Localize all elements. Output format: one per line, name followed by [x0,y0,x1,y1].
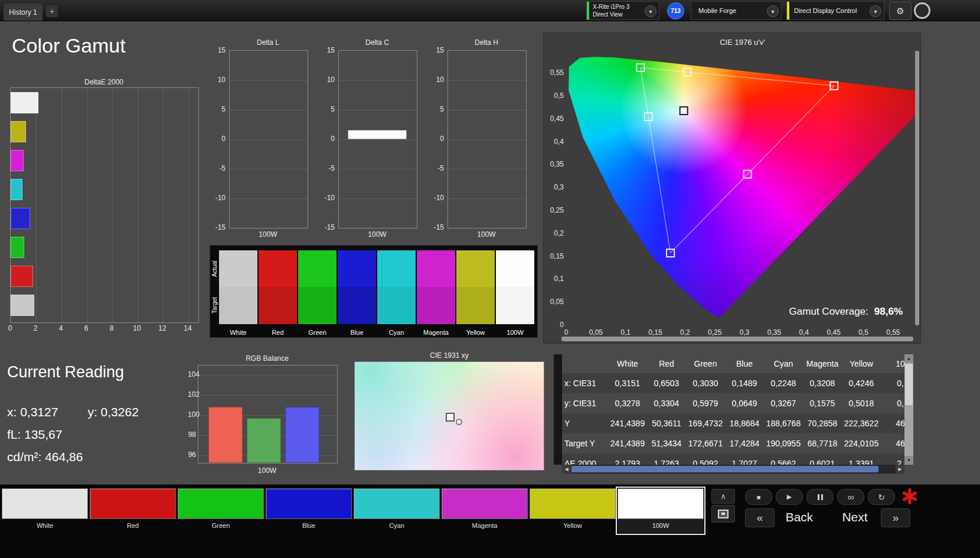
axis-tick-label: 100W [447,230,525,239]
pause-button[interactable] [806,489,834,505]
tab-history-1[interactable]: History 1 [4,4,43,21]
scroll-up-icon[interactable]: ▲ [904,354,913,363]
play-button[interactable]: ▶ [776,489,803,505]
axis-tick-label: 0,4 [792,328,816,337]
cie-scrollbar-horizontal[interactable] [561,337,913,341]
axis-tick-label: 10 [205,76,226,84]
axis-tick-label: 0,5 [852,328,876,337]
swatch-columns: WhiteRedGreenBlueCyanMagentaYellow100W [219,250,534,336]
table-header-cell: Yellow [842,359,881,368]
source-dropdown[interactable]: Mobile Forge ▾ [691,1,782,20]
axis-tick-label: 0,45 [822,328,845,337]
table-header-cell: Blue [725,359,764,368]
cie-scrollbar-vertical[interactable] [915,51,919,325]
table-cell: 1,3391 [842,459,881,465]
collapse-panel-button[interactable]: ∧ [711,489,735,504]
patch-swatch [178,488,264,519]
table-cell: 0,5018 [842,399,881,408]
patch-button-green[interactable]: Green [178,488,264,533]
measured-point-marker [456,419,462,425]
patch-window-button[interactable] [711,505,735,523]
play-icon: ▶ [787,493,792,501]
deltae-plot [10,87,199,323]
deltae-bar-red [11,266,33,287]
grid-line [448,80,526,81]
app-logo-icon[interactable] [914,2,930,19]
table-cell: 188,6768 [764,419,803,428]
swatch-label: Red [259,324,297,336]
chevron-down-icon[interactable]: ▾ [645,5,656,17]
actual-swatch [456,250,495,287]
axis-tick-label: 0,55 [544,68,564,77]
settings-button[interactable]: ⚙ [889,2,912,20]
table-cell: 0, [881,399,904,408]
patch-button-yellow[interactable]: Yellow [530,488,616,533]
target-swatch [298,287,337,324]
swatch-label: Yellow [456,324,495,336]
refresh-button[interactable]: ↻ [868,489,895,505]
meter-dropdown[interactable]: X-Rite i1Pro 3 Direct View ▾ [586,1,659,20]
autocal-star-icon[interactable]: ∗ [900,481,920,510]
table-cell: 17,4284 [725,439,764,448]
next-button[interactable]: Next [831,508,878,526]
swatch-column-blue: Blue [338,250,376,336]
scroll-thumb[interactable] [571,466,878,472]
patch-button-100w[interactable]: 100W [618,488,704,533]
axis-tick-label: 12 [156,324,168,332]
patch-button-cyan[interactable]: Cyan [354,488,440,533]
actual-swatch [259,250,297,287]
table-scrollbar-horizontal[interactable]: ◀ ▶ [562,465,904,474]
table-row[interactable]: ΔE 20002,17931,72630,50921,70270,56620,6… [562,453,904,465]
axis-tick-label: 2 [30,324,41,332]
stop-icon: ■ [757,494,761,501]
chart-title: Delta H [447,38,525,47]
table-row[interactable]: Target Y241,438951,3434172,667117,428419… [562,433,904,453]
scroll-right-icon[interactable]: ▶ [896,465,904,474]
axis-tick-label: 8 [106,324,117,332]
patch-button-magenta[interactable]: Magenta [442,488,528,533]
chart-title: RGB Balance [198,354,337,363]
axis-tick-label: 0,3 [733,328,756,337]
stop-button[interactable]: ■ [745,489,772,505]
axis-tick-label: -5 [424,164,444,172]
table-cell: 241,4389 [608,439,647,448]
table-row[interactable]: Y241,438950,3611169,473218,8684188,67687… [562,413,904,433]
next-arrow-button[interactable]: » [881,508,910,527]
deltae-bar-green [11,237,24,258]
axis-tick-label: 0 [205,135,226,143]
table-cell: 46 [881,419,904,428]
table-header-cell: White [608,359,647,368]
table-row[interactable]: x: CIE310,31510,65030,30300,14890,22480,… [562,373,904,393]
grid-line [339,110,417,110]
scroll-left-icon[interactable]: ◀ [562,465,571,474]
continuous-read-button[interactable]: ∞ [837,489,864,505]
target-swatch [338,287,376,324]
target-swatch [417,287,455,324]
axis-tick-label: 104 [188,370,196,378]
double-left-icon: « [757,511,763,524]
chart-title: DeltaE 2000 [9,78,199,86]
scroll-thumb[interactable] [905,364,913,405]
back-arrow-button[interactable]: « [745,508,775,527]
table-scrollbar-vertical[interactable]: ▲ ▼ [904,354,913,465]
table-row[interactable]: y: CIE310,32780,33040,59790,06490,32670,… [562,393,904,413]
grid-line [188,88,189,322]
delta-l-chart: Delta L 100W 151050-5-10-15 [205,38,312,242]
patch-button-blue[interactable]: Blue [266,488,352,533]
target-row-label: Target [211,287,218,324]
patch-button-red[interactable]: Red [90,488,176,533]
grid-line [230,80,308,81]
scroll-down-icon[interactable]: ▼ [904,456,913,465]
axis-tick-label: 100W [338,230,416,239]
display-control-dropdown[interactable]: Direct Display Control ▾ [786,1,884,20]
row-label: ΔE 2000 [562,459,608,465]
chevron-down-icon[interactable]: ▾ [767,5,779,17]
axis-tick-label: -5 [315,164,335,172]
add-tab-button[interactable]: + [46,5,58,17]
patch-button-white[interactable]: White [2,488,88,533]
back-button[interactable]: Back [776,508,823,526]
patch-swatch [2,488,88,519]
axis-tick-label: 0,1 [544,275,564,283]
table-cell: 1,7263 [647,459,686,465]
chevron-down-icon[interactable]: ▾ [870,5,881,17]
